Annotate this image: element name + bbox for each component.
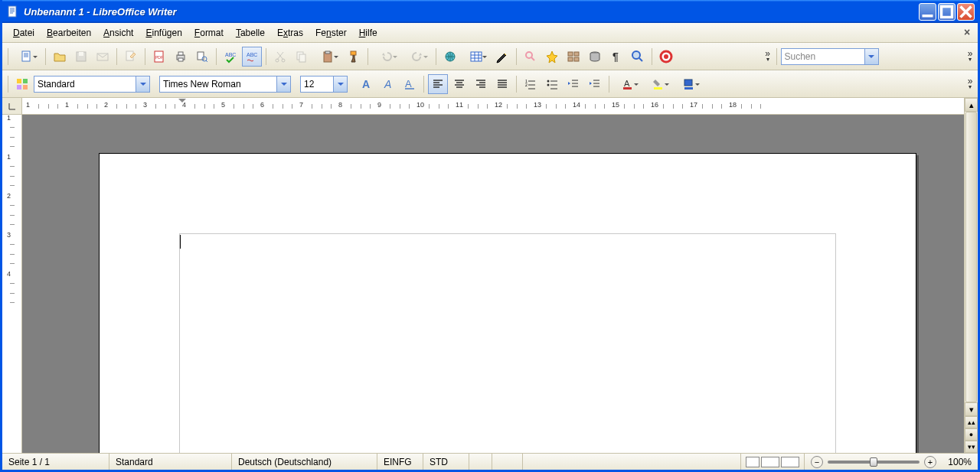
font-name-combo[interactable]: Times New Roman	[159, 76, 291, 93]
text-margin-area[interactable]	[179, 233, 836, 453]
scroll-down-button[interactable]: ▾	[965, 402, 978, 416]
close-document-button[interactable]: ×	[961, 26, 973, 38]
status-selection-mode[interactable]: STD	[423, 454, 469, 470]
status-page[interactable]: Seite 1 / 1	[2, 454, 109, 470]
copy-button[interactable]	[292, 47, 312, 67]
bold-button[interactable]: A	[357, 74, 377, 94]
show-draw-functions-button[interactable]	[492, 47, 512, 67]
statusbar: Seite 1 / 1 Standard Deutsch (Deutschlan…	[2, 453, 978, 470]
spellcheck-button[interactable]: ABC	[220, 47, 240, 67]
svg-point-25	[526, 52, 532, 58]
ruler-corner[interactable]	[2, 98, 22, 115]
find-replace-button[interactable]	[521, 47, 541, 67]
book-view-button[interactable]	[781, 457, 799, 467]
hyperlink-button[interactable]	[440, 47, 460, 67]
styles-button[interactable]	[12, 74, 32, 94]
status-insert-mode[interactable]: EINFG	[377, 454, 423, 470]
svg-rect-28	[568, 57, 573, 61]
paragraph-style-combo[interactable]: Standard	[34, 76, 150, 93]
single-page-view-button[interactable]	[746, 457, 760, 467]
horizontal-ruler[interactable]: 1123456789101112131415161718	[22, 98, 964, 115]
menu-datei[interactable]: Datei	[7, 24, 41, 41]
minimize-button[interactable]	[919, 3, 936, 21]
zoom-button[interactable]	[628, 47, 648, 67]
print-preview-button[interactable]	[192, 47, 212, 67]
paste-button[interactable]	[313, 47, 342, 67]
vertical-ruler[interactable]: 11234	[2, 115, 22, 453]
gallery-button[interactable]	[564, 47, 583, 67]
zoom-in-button[interactable]: +	[924, 456, 936, 468]
scroll-track[interactable]	[965, 112, 978, 402]
menu-format[interactable]: Format	[188, 24, 230, 41]
data-sources-button[interactable]	[585, 47, 605, 67]
maximize-button[interactable]	[938, 3, 956, 21]
font-color-button[interactable]: A	[613, 74, 642, 94]
navigation-button[interactable]: ●	[965, 428, 978, 441]
navigator-button[interactable]	[542, 47, 562, 67]
help-button[interactable]	[656, 47, 676, 67]
scroll-up-button[interactable]: ▴	[965, 98, 978, 112]
find-toolbar-overflow-button[interactable]	[965, 45, 975, 68]
background-color-button[interactable]	[675, 74, 704, 94]
table-button[interactable]	[462, 47, 491, 67]
menu-fenster[interactable]: Fenster	[309, 24, 353, 41]
close-button[interactable]	[957, 3, 975, 21]
email-button[interactable]	[93, 47, 113, 67]
next-page-button[interactable]: ▾▾	[965, 441, 978, 453]
align-center-button[interactable]	[449, 74, 469, 94]
new-document-button[interactable]	[12, 47, 41, 67]
auto-spellcheck-button[interactable]: ABC	[242, 47, 262, 67]
svg-rect-1	[942, 6, 952, 17]
font-size-combo[interactable]: 12	[300, 76, 348, 93]
vertical-scrollbar[interactable]: ▴ ▾ ▴▴ ● ▾▾	[964, 98, 978, 453]
status-language[interactable]: Deutsch (Deutschland)	[232, 454, 377, 470]
menu-tabelle[interactable]: Tabelle	[230, 24, 271, 41]
format-paintbrush-button[interactable]	[344, 47, 364, 67]
status-signature[interactable]	[492, 454, 523, 470]
scroll-thumb[interactable]	[965, 112, 977, 402]
search-input[interactable]: Suchen	[781, 48, 879, 65]
zoom-slider[interactable]	[828, 461, 920, 464]
menu-hilfe[interactable]: Hilfe	[353, 24, 384, 41]
view-layout-buttons	[741, 454, 805, 470]
align-justify-button[interactable]	[492, 74, 512, 94]
italic-button[interactable]: A	[378, 74, 398, 94]
undo-button[interactable]	[372, 47, 401, 67]
export-pdf-button[interactable]: PDF	[149, 47, 169, 67]
nonprinting-chars-button[interactable]: ¶	[606, 47, 626, 67]
svg-rect-11	[178, 58, 183, 61]
toolbar-overflow-button[interactable]	[763, 45, 773, 68]
save-button[interactable]	[71, 47, 91, 67]
menu-bearbeiten[interactable]: Bearbeiten	[41, 24, 97, 41]
decrease-indent-button[interactable]	[564, 74, 583, 94]
dropdown-icon[interactable]	[276, 76, 290, 92]
zoom-out-button[interactable]: −	[811, 456, 823, 468]
menu-extras[interactable]: Extras	[271, 24, 309, 41]
document-view[interactable]	[22, 115, 964, 453]
edit-file-button[interactable]	[121, 47, 141, 67]
menu-einfuegen[interactable]: Einfügen	[139, 24, 188, 41]
zoom-value[interactable]: 100%	[941, 457, 972, 467]
redo-button[interactable]	[403, 47, 432, 67]
print-button[interactable]	[171, 47, 191, 67]
status-style[interactable]: Standard	[109, 454, 232, 470]
highlight-color-button[interactable]	[644, 74, 673, 94]
dropdown-icon[interactable]	[136, 76, 149, 92]
cut-button[interactable]	[270, 47, 290, 67]
status-modified[interactable]	[469, 454, 492, 470]
align-right-button[interactable]	[471, 74, 491, 94]
bulleted-list-button[interactable]	[542, 74, 562, 94]
previous-page-button[interactable]: ▴▴	[965, 416, 978, 428]
dropdown-icon[interactable]	[333, 76, 347, 92]
svg-text:¶: ¶	[612, 50, 619, 63]
underline-button[interactable]: A	[400, 74, 420, 94]
zoom-slider-handle[interactable]	[870, 457, 877, 467]
increase-indent-button[interactable]	[585, 74, 605, 94]
formatting-overflow-button[interactable]	[965, 73, 975, 96]
align-left-button[interactable]	[428, 74, 448, 94]
menu-ansicht[interactable]: Ansicht	[97, 24, 139, 41]
dropdown-icon[interactable]	[864, 49, 878, 64]
numbered-list-button[interactable]: 12	[521, 74, 541, 94]
open-button[interactable]	[50, 47, 70, 67]
multi-page-view-button[interactable]	[761, 457, 779, 467]
